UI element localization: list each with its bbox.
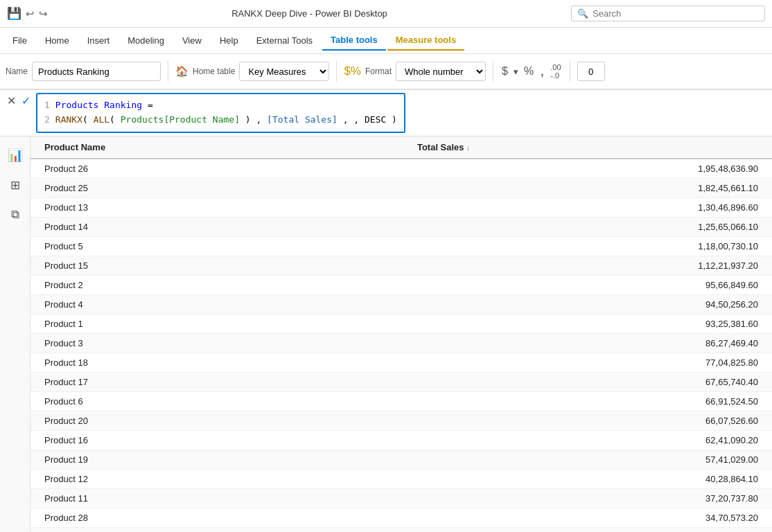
name-input[interactable] xyxy=(32,62,161,81)
ribbon-divider-4 xyxy=(570,61,570,82)
ribbon: Name 🏠 Home table Key Measures $% Format… xyxy=(0,54,772,90)
cell-product-name: Product 2 xyxy=(30,275,403,294)
format-select[interactable]: Whole number xyxy=(396,62,486,81)
title-bar: 💾 ↩ ↪ RANKX Deep Dive - Power BI Desktop… xyxy=(0,0,772,28)
cell-product-name: Product 8 xyxy=(30,527,403,532)
model-icon[interactable]: ⧉ xyxy=(8,205,22,224)
name-label: Name xyxy=(6,66,28,76)
save-icon[interactable]: 💾 xyxy=(7,6,21,21)
menu-file[interactable]: File xyxy=(4,31,35,50)
formula-section: ✕ ✓ 1Products Ranking = 2RANKX( ALL( Pro… xyxy=(0,90,772,136)
table-row: Product 2066,07,526.60 xyxy=(30,411,772,430)
table-row: Product 1137,20,737.80 xyxy=(30,488,772,508)
cell-total-sales: 34,70,573.20 xyxy=(403,508,772,527)
menu-external-tools[interactable]: External Tools xyxy=(248,31,321,50)
menu-help[interactable]: Help xyxy=(211,31,247,50)
ribbon-currency-group: $ ▾ % , .00-.0 xyxy=(500,62,563,81)
table-row: Product 833,08,446.60 xyxy=(30,527,772,532)
title-bar-left: 💾 ↩ ↪ xyxy=(7,6,48,21)
cell-product-name: Product 17 xyxy=(30,372,403,391)
table-row: Product 1877,04,825.80 xyxy=(30,353,772,372)
menu-insert[interactable]: Insert xyxy=(79,31,119,50)
cell-total-sales: 66,07,526.60 xyxy=(403,411,772,430)
line-num-1: 1 xyxy=(44,100,50,110)
formula-open: ( xyxy=(82,114,94,125)
formula-total-sales: [Total Sales] xyxy=(267,114,337,125)
menu-measure-tools[interactable]: Measure tools xyxy=(387,30,464,51)
cell-total-sales: 1,25,65,066.10 xyxy=(403,217,772,236)
cell-product-name: Product 16 xyxy=(30,430,403,450)
formula-line-1: 1Products Ranking = xyxy=(44,98,397,113)
cell-total-sales: 95,66,849.60 xyxy=(403,275,772,294)
cell-total-sales: 77,04,825.80 xyxy=(403,353,772,372)
table-row: Product 2834,70,573.20 xyxy=(30,508,772,527)
ribbon-name-group: Name xyxy=(6,62,161,81)
menu-modeling[interactable]: Modeling xyxy=(119,31,173,50)
search-input[interactable] xyxy=(593,8,759,19)
table-row: Product 1957,41,029.00 xyxy=(30,450,772,469)
line-num-2: 2 xyxy=(44,114,50,125)
table-row: Product 141,25,65,066.10 xyxy=(30,217,772,236)
formula-line-2: 2RANKX( ALL( Products[Product Name] ) , … xyxy=(44,113,397,127)
cell-product-name: Product 1 xyxy=(30,314,403,333)
table-row: Product 261,95,48,636.90 xyxy=(30,159,772,179)
table-row: Product 251,82,45,661.10 xyxy=(30,178,772,197)
col-product-name[interactable]: Product Name xyxy=(30,136,403,159)
ribbon-number-group xyxy=(577,62,605,81)
cell-product-name: Product 3 xyxy=(30,333,403,353)
formula-rankx: RANKX xyxy=(55,114,82,125)
format-label: Format xyxy=(365,66,392,76)
home-table-label: Home table xyxy=(193,66,235,76)
cell-product-name: Product 19 xyxy=(30,450,403,469)
menu-view[interactable]: View xyxy=(174,31,210,50)
number-input[interactable] xyxy=(577,62,605,81)
cell-total-sales: 66,91,524.50 xyxy=(403,391,772,411)
formula-all: ALL xyxy=(94,114,109,125)
formula-cancel-btn[interactable]: ✕ xyxy=(6,94,17,107)
ribbon-divider-3 xyxy=(493,61,493,82)
dollar-dropdown-icon[interactable]: ▾ xyxy=(514,66,518,77)
cell-product-name: Product 4 xyxy=(30,294,403,314)
comma-icon[interactable]: , xyxy=(539,64,545,79)
table-row: Product 1767,65,740.40 xyxy=(30,372,772,391)
home-table-icon: 🏠 xyxy=(175,65,188,78)
chart-icon[interactable]: 📊 xyxy=(5,145,26,166)
table-row: Product 386,27,469.40 xyxy=(30,333,772,353)
cell-product-name: Product 25 xyxy=(30,178,403,197)
cell-product-name: Product 13 xyxy=(30,197,403,217)
menu-bar: File Home Insert Modeling View Help Exte… xyxy=(0,28,772,54)
decimal-icon[interactable]: .00-.0 xyxy=(549,62,562,81)
cell-total-sales: 1,18,00,730.10 xyxy=(403,236,772,256)
cell-product-name: Product 26 xyxy=(30,159,403,179)
cell-total-sales: 94,50,256.20 xyxy=(403,294,772,314)
cell-total-sales: 37,20,737.80 xyxy=(403,488,772,508)
dollar-icon[interactable]: $ xyxy=(500,64,509,79)
ribbon-hometable-group: 🏠 Home table Key Measures xyxy=(175,62,329,81)
table-row: Product 295,66,849.60 xyxy=(30,275,772,294)
cell-product-name: Product 14 xyxy=(30,217,403,236)
table-body: Product 261,95,48,636.90Product 251,82,4… xyxy=(30,159,772,532)
table-row: Product 193,25,381.60 xyxy=(30,314,772,333)
table-icon[interactable]: ⊞ xyxy=(8,175,23,195)
redo-icon[interactable]: ↪ xyxy=(39,8,48,20)
title-bar-icons: 💾 ↩ ↪ xyxy=(7,6,48,21)
table-row: Product 151,12,21,937.20 xyxy=(30,256,772,275)
data-area: Product Name Total Sales ↓ Product 261,9… xyxy=(30,136,772,532)
formula-editor[interactable]: 1Products Ranking = 2RANKX( ALL( Product… xyxy=(36,93,405,133)
cell-total-sales: 1,12,21,937.20 xyxy=(403,256,772,275)
cell-total-sales: 1,30,46,896.60 xyxy=(403,197,772,217)
undo-icon[interactable]: ↩ xyxy=(26,8,35,20)
cell-total-sales: 86,27,469.40 xyxy=(403,333,772,353)
home-table-select[interactable]: Key Measures xyxy=(239,62,329,81)
menu-home[interactable]: Home xyxy=(37,31,78,50)
menu-table-tools[interactable]: Table tools xyxy=(322,30,386,51)
cell-product-name: Product 28 xyxy=(30,508,403,527)
cell-total-sales: 1,82,45,661.10 xyxy=(403,178,772,197)
table-row: Product 666,91,524.50 xyxy=(30,391,772,411)
percent-icon[interactable]: % xyxy=(523,64,535,79)
search-box[interactable]: 🔍 xyxy=(571,6,765,21)
table-row: Product 1240,28,864.10 xyxy=(30,469,772,488)
formula-confirm-btn[interactable]: ✓ xyxy=(20,94,32,107)
table-row: Product 131,30,46,896.60 xyxy=(30,197,772,217)
col-total-sales[interactable]: Total Sales ↓ xyxy=(403,136,772,159)
